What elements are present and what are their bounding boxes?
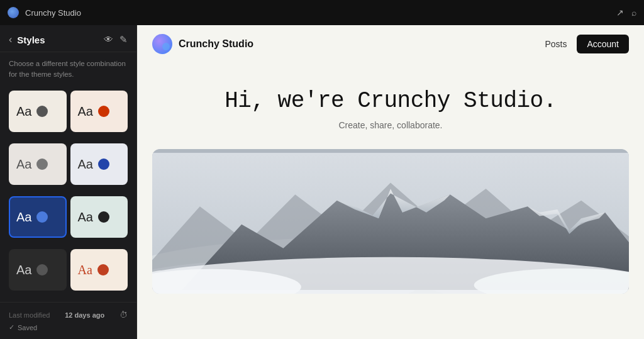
style-card-text: Aa (78, 105, 93, 118)
sidebar-header: ‹ Styles 👁 ✎ (0, 25, 136, 52)
style-card-card-4[interactable]: Aa (70, 143, 128, 185)
style-card-dot (36, 211, 48, 223)
sidebar-title: Styles (17, 35, 104, 45)
top-bar: Crunchy Studio ↗ ⌕ (0, 0, 644, 25)
saved-row: ✓ Saved (9, 323, 128, 331)
sidebar-footer: Last modified 12 days ago ⏱ ✓ Saved (0, 302, 136, 339)
sidebar: ‹ Styles 👁 ✎ Choose a different style co… (0, 25, 137, 339)
style-card-dot (98, 106, 109, 117)
account-button[interactable]: Account (577, 35, 629, 53)
styles-grid: AaAaAaAaAaAaAaAa (0, 87, 136, 303)
saved-label: Saved (18, 324, 37, 331)
back-button[interactable]: ‹ (9, 34, 12, 45)
style-card-card-5[interactable]: Aa (9, 196, 67, 238)
style-card-card-8[interactable]: Aa (70, 249, 128, 291)
preview-pane: Crunchy Studio Posts Account Hi, we're C… (137, 25, 644, 339)
app-logo-icon (8, 7, 19, 18)
style-card-card-1[interactable]: Aa (9, 91, 67, 132)
preview-nav: Crunchy Studio Posts Account (137, 25, 644, 63)
style-card-text: Aa (16, 211, 31, 223)
preview-nav-links: Posts Account (545, 35, 629, 53)
preview-hero: Hi, we're Crunchy Studio. Create, share,… (137, 63, 644, 149)
style-card-dot (36, 158, 48, 170)
app-title: Crunchy Studio (25, 8, 81, 18)
style-card-dot (36, 106, 48, 117)
style-card-dot (98, 158, 109, 170)
check-icon: ✓ (9, 323, 14, 331)
external-link-icon[interactable]: ↗ (616, 8, 624, 18)
style-card-text: Aa (16, 264, 31, 276)
sidebar-description: Choose a different style combination for… (0, 52, 136, 87)
style-card-text: Aa (78, 211, 93, 223)
style-card-dot (98, 211, 109, 223)
style-card-dot (97, 264, 109, 275)
preview-logo-wrap: Crunchy Studio (152, 34, 253, 54)
main-area: ‹ Styles 👁 ✎ Choose a different style co… (0, 25, 644, 339)
style-card-card-6[interactable]: Aa (70, 196, 128, 238)
last-modified-row: Last modified 12 days ago ⏱ (9, 310, 128, 320)
hero-title: Hi, we're Crunchy Studio. (152, 88, 629, 114)
style-card-card-2[interactable]: Aa (70, 91, 128, 132)
preview-logo-icon (152, 34, 172, 54)
eye-icon[interactable]: 👁 (104, 34, 113, 45)
edit-icon[interactable]: ✎ (119, 34, 128, 45)
preview-inner: Crunchy Studio Posts Account Hi, we're C… (137, 25, 644, 339)
style-card-card-7[interactable]: Aa (9, 249, 67, 291)
style-card-card-3[interactable]: Aa (9, 143, 67, 185)
mountain-svg (152, 149, 629, 294)
preview-image (152, 149, 629, 294)
top-bar-actions: ↗ ⌕ (616, 8, 636, 18)
posts-nav-link[interactable]: Posts (545, 39, 567, 49)
style-card-text: Aa (78, 158, 93, 170)
last-modified-label: Last modified (9, 311, 50, 319)
last-modified-value: 12 days ago (65, 311, 104, 319)
preview-site-title: Crunchy Studio (179, 38, 253, 50)
style-card-text: Aa (78, 264, 92, 276)
style-card-text: Aa (16, 105, 31, 118)
sidebar-header-icons: 👁 ✎ (104, 34, 128, 45)
style-card-dot (36, 264, 48, 275)
search-icon[interactable]: ⌕ (631, 8, 636, 18)
style-card-text: Aa (16, 158, 31, 170)
history-icon[interactable]: ⏱ (119, 310, 128, 320)
hero-subtitle: Create, share, collaborate. (152, 120, 629, 130)
